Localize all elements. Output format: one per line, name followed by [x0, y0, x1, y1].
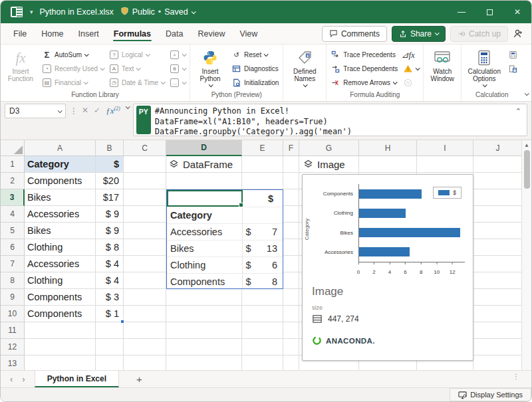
- cell-I1[interactable]: [417, 156, 473, 173]
- tab-home[interactable]: Home: [34, 25, 70, 43]
- cell-C6[interactable]: [124, 239, 166, 256]
- add-sheet-button[interactable]: +: [119, 371, 160, 387]
- cell-F8[interactable]: [283, 272, 299, 289]
- evaluate-formula-button[interactable]: fx: [401, 76, 421, 90]
- cell-A12[interactable]: [25, 339, 96, 355]
- cell-B4[interactable]: $ 9: [96, 206, 124, 223]
- cell-D12[interactable]: [166, 339, 242, 355]
- column-header-D[interactable]: D: [166, 140, 242, 156]
- cell-A10[interactable]: Components: [25, 306, 96, 322]
- python-functions-icon[interactable]: ƒx(2): [106, 106, 120, 116]
- cell-A9[interactable]: Components: [25, 289, 96, 306]
- dataframe-row-accessories[interactable]: Accessories$7: [167, 223, 283, 240]
- tab-view[interactable]: View: [232, 25, 265, 43]
- cell-C8[interactable]: [124, 272, 166, 289]
- math-trig-button[interactable]: θ: [168, 62, 188, 76]
- cell-E13[interactable]: [242, 355, 283, 370]
- cell-J8[interactable]: [473, 272, 523, 289]
- tab-formulas[interactable]: Formulas: [106, 25, 158, 43]
- row-header-8[interactable]: 8: [1, 272, 25, 289]
- dataframe-column-header[interactable]: $: [242, 193, 283, 204]
- row-header-3[interactable]: 3: [1, 189, 25, 206]
- cell-E12[interactable]: [242, 339, 283, 355]
- calculate-sheet-button[interactable]: [506, 62, 520, 76]
- cell-F11[interactable]: [283, 322, 299, 339]
- column-header-A[interactable]: A: [25, 140, 96, 156]
- trace-precedents-button[interactable]: Trace Precedents: [329, 48, 400, 62]
- row-header-2[interactable]: 2: [1, 173, 25, 189]
- source-range-handle[interactable]: [120, 320, 124, 324]
- cell-F9[interactable]: [283, 289, 299, 306]
- column-header-J[interactable]: J: [473, 140, 523, 156]
- cell-F4[interactable]: [283, 206, 299, 223]
- image-card[interactable]: Category ComponentsClothingBikesAccessor…: [302, 174, 473, 361]
- cell-J7[interactable]: [473, 256, 523, 272]
- row-header-13[interactable]: 13: [1, 355, 25, 370]
- maximize-button[interactable]: [475, 1, 503, 23]
- column-header-E[interactable]: E: [242, 140, 283, 156]
- cell-C12[interactable]: [124, 339, 166, 355]
- cell-F2[interactable]: [283, 173, 299, 189]
- cell-E9[interactable]: [242, 289, 283, 306]
- cell-D2[interactable]: [166, 173, 242, 189]
- scroll-up-icon[interactable]: ▲: [524, 140, 529, 150]
- cell-F10[interactable]: [283, 306, 299, 322]
- cell-C4[interactable]: [124, 206, 166, 223]
- cell-F3[interactable]: [283, 189, 299, 206]
- lookup-reference-button[interactable]: ⌕: [168, 48, 188, 62]
- cell-B7[interactable]: $ 4: [96, 256, 124, 272]
- minimize-button[interactable]: —: [448, 1, 475, 23]
- column-header-C[interactable]: C: [124, 140, 166, 156]
- more-functions-button[interactable]: …: [168, 76, 188, 90]
- resize-handle-icon[interactable]: ⋮: [513, 373, 519, 380]
- cell-J6[interactable]: [473, 239, 523, 256]
- cell-D9[interactable]: [166, 289, 242, 306]
- cancel-entry-icon[interactable]: ✕: [82, 106, 88, 115]
- cell-C7[interactable]: [124, 256, 166, 272]
- defined-names-button[interactable]: Defined Names: [285, 47, 324, 87]
- cell-C10[interactable]: [124, 306, 166, 322]
- cell-A11[interactable]: [25, 322, 96, 339]
- cell-D11[interactable]: [166, 322, 242, 339]
- scrollbar-thumb[interactable]: [524, 150, 530, 189]
- display-settings-button[interactable]: Display Settings: [450, 388, 531, 401]
- calculation-options-button[interactable]: Calculation Options: [464, 47, 505, 87]
- row-header-9[interactable]: 9: [1, 289, 25, 306]
- autosum-button[interactable]: Σ AutoSum: [40, 48, 106, 62]
- next-sheet-icon[interactable]: ›: [22, 374, 25, 384]
- column-header-G[interactable]: G: [299, 140, 359, 156]
- cell-B13[interactable]: [96, 355, 124, 370]
- row-header-10[interactable]: 10: [1, 306, 25, 322]
- cell-E11[interactable]: [242, 322, 283, 339]
- people-icon[interactable]: [513, 29, 523, 39]
- row-header-5[interactable]: 5: [1, 223, 25, 239]
- column-header-F[interactable]: F: [283, 140, 299, 156]
- formula-code[interactable]: #Announcing Python in Excel!DataFrame=xl…: [155, 106, 352, 134]
- cell-E2[interactable]: [242, 173, 283, 189]
- watch-window-button[interactable]: Watch Window: [426, 47, 459, 82]
- column-header-H[interactable]: H: [359, 140, 417, 156]
- cell-F7[interactable]: [283, 256, 299, 272]
- insert-python-button[interactable]: Insert Python: [192, 47, 228, 87]
- tab-data[interactable]: Data: [158, 25, 190, 43]
- row-header-12[interactable]: 12: [1, 339, 25, 355]
- cell-J13[interactable]: [473, 355, 523, 370]
- cell-C5[interactable]: [124, 223, 166, 239]
- cell-g1-image-object[interactable]: Image: [303, 156, 345, 173]
- cell-D10[interactable]: [166, 306, 242, 322]
- share-button[interactable]: Share: [392, 26, 446, 42]
- cell-J3[interactable]: [473, 189, 523, 206]
- row-header-4[interactable]: 4: [1, 206, 25, 223]
- cell-F1[interactable]: [283, 156, 299, 173]
- cell-C11[interactable]: [124, 322, 166, 339]
- cell-C1[interactable]: [124, 156, 166, 173]
- select-all-corner[interactable]: [1, 140, 25, 156]
- cell-J10[interactable]: [473, 306, 523, 322]
- error-checking-button[interactable]: !: [401, 62, 421, 76]
- cell-A7[interactable]: Accessories: [25, 256, 96, 272]
- dataframe-row-clothing[interactable]: Clothing$6: [167, 256, 283, 273]
- cell-C2[interactable]: [124, 173, 166, 189]
- active-cell-D3[interactable]: [167, 190, 243, 207]
- show-formulas-button[interactable]: ⊿fx: [401, 48, 421, 62]
- diagnostics-button[interactable]: Diagnostics: [229, 62, 281, 76]
